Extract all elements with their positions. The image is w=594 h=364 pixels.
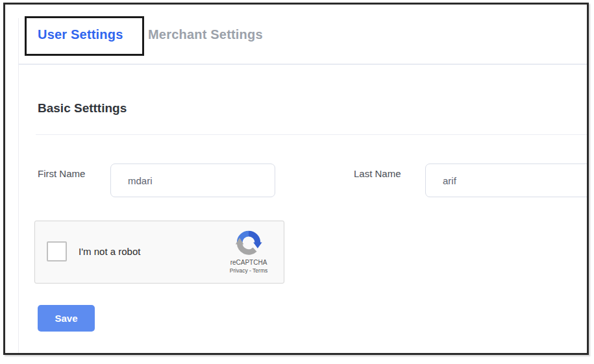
page-frame: User Settings Merchant Settings Basic Se… — [3, 3, 589, 355]
recaptcha-checkbox-label: I'm not a robot — [79, 246, 140, 257]
first-name-input[interactable] — [110, 164, 275, 197]
tab-user-settings[interactable]: User Settings — [38, 27, 123, 42]
recaptcha-terms-link[interactable]: Terms — [253, 267, 267, 274]
recaptcha-widget: I'm not a robot reCAPTCHA Privacy - Term… — [34, 221, 284, 284]
recaptcha-privacy-link[interactable]: Privacy — [230, 267, 248, 274]
tab-merchant-settings[interactable]: Merchant Settings — [148, 27, 263, 42]
content-left-border — [18, 18, 19, 353]
recaptcha-brand-text: reCAPTCHA — [224, 259, 273, 267]
recaptcha-links: Privacy - Terms — [224, 267, 273, 274]
screenshot-stage: User Settings Merchant Settings Basic Se… — [0, 0, 594, 364]
first-name-label: First Name — [38, 168, 85, 179]
recaptcha-logo-stack: reCAPTCHA Privacy - Terms — [224, 228, 273, 274]
recaptcha-links-separator: - — [249, 267, 251, 274]
section-divider — [36, 134, 587, 135]
last-name-label: Last Name — [354, 168, 401, 179]
recaptcha-checkbox[interactable] — [47, 241, 67, 261]
section-title: Basic Setttings — [38, 101, 127, 115]
recaptcha-logo-icon — [234, 228, 264, 258]
last-name-input[interactable] — [425, 164, 589, 197]
tabs-bottom-divider — [18, 64, 587, 65]
save-button[interactable]: Save — [38, 305, 95, 332]
